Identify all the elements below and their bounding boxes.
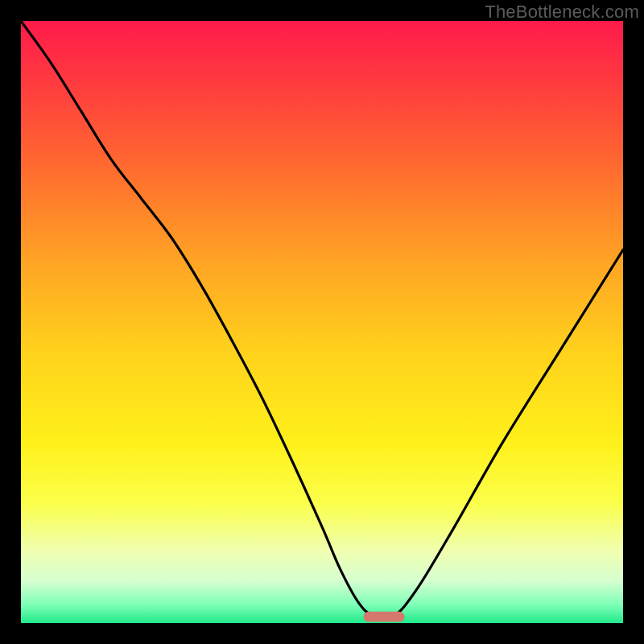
- chart-background: [21, 21, 623, 623]
- min-bar-marker: [364, 612, 405, 622]
- chart-svg: [21, 21, 623, 623]
- chart-frame: [21, 21, 623, 623]
- watermark-text: TheBottleneck.com: [485, 2, 639, 23]
